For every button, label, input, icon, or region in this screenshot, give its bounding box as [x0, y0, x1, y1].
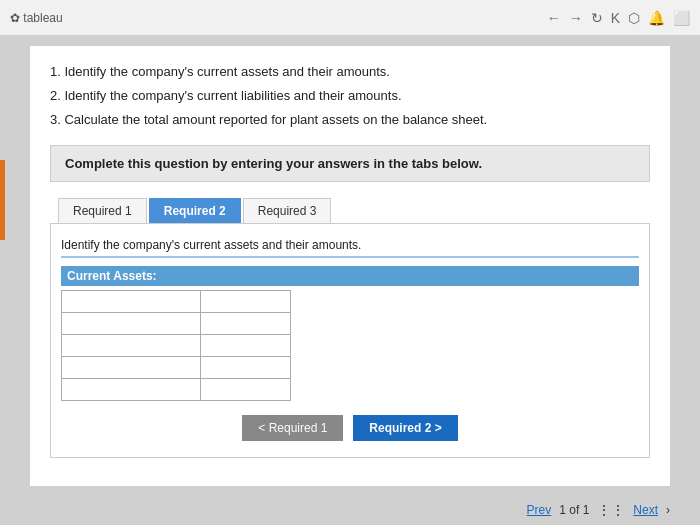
browser-logo: ✿ tableau [10, 11, 63, 25]
table-cell-label-1[interactable] [62, 291, 201, 313]
share-icon[interactable]: ⬡ [628, 10, 640, 26]
footer-page-info: 1 of 1 [559, 503, 589, 517]
table-row [62, 357, 291, 379]
question-box: Complete this question by entering your … [50, 145, 650, 182]
instructions-block: 1. Identify the company's current assets… [50, 61, 650, 131]
instruction-line-2: 2. Identify the company's current liabil… [50, 85, 650, 107]
instruction-line-3: 3. Calculate the total amount reported f… [50, 109, 650, 131]
table-cell-value-2[interactable] [201, 313, 291, 335]
data-table [61, 290, 291, 401]
footer-next-link[interactable]: Next [633, 503, 658, 517]
table-cell-value-1[interactable] [201, 291, 291, 313]
footer: Prev 1 of 1 ⋮⋮ Next › [0, 496, 700, 524]
tab-content-area: Identify the company's current assets an… [50, 224, 650, 458]
table-cell-value-3[interactable] [201, 335, 291, 357]
table-cell-value-4[interactable] [201, 357, 291, 379]
end-icon[interactable]: K [611, 10, 620, 26]
forward-icon[interactable]: → [569, 10, 583, 26]
nav-icons: ← → ↻ K ⬡ 🔔 ⬜ [547, 10, 690, 26]
left-accent-bar [0, 160, 5, 240]
question-box-title: Complete this question by entering your … [65, 156, 482, 171]
screen-icon[interactable]: ⬜ [673, 10, 690, 26]
alert-icon[interactable]: 🔔 [648, 10, 665, 26]
next-required-button[interactable]: Required 2 > [353, 415, 457, 441]
tab-required-1[interactable]: Required 1 [58, 198, 147, 223]
table-row [62, 379, 291, 401]
table-cell-label-2[interactable] [62, 313, 201, 335]
browser-chrome: ✿ tableau ← → ↻ K ⬡ 🔔 ⬜ [0, 0, 700, 36]
table-row [62, 313, 291, 335]
table-cell-label-3[interactable] [62, 335, 201, 357]
main-content: 1. Identify the company's current assets… [30, 46, 670, 486]
section-label: Current Assets: [61, 266, 639, 286]
table-row [62, 335, 291, 357]
tab-required-2[interactable]: Required 2 [149, 198, 241, 223]
table-cell-label-4[interactable] [62, 357, 201, 379]
back-icon[interactable]: ← [547, 10, 561, 26]
table-cell-label-5[interactable] [62, 379, 201, 401]
tab-required-3[interactable]: Required 3 [243, 198, 332, 223]
table-row [62, 291, 291, 313]
prev-required-button[interactable]: < Required 1 [242, 415, 343, 441]
footer-next-arrow: › [666, 503, 670, 517]
grid-icon: ⋮⋮ [597, 502, 625, 518]
nav-buttons: < Required 1 Required 2 > [61, 415, 639, 441]
tab-description: Identify the company's current assets an… [61, 234, 639, 258]
table-cell-value-5[interactable] [201, 379, 291, 401]
refresh-icon[interactable]: ↻ [591, 10, 603, 26]
footer-nav: Prev 1 of 1 ⋮⋮ Next › [527, 502, 670, 518]
tableau-logo-text: ✿ tableau [10, 11, 63, 25]
tabs-container: Required 1 Required 2 Required 3 [50, 192, 650, 224]
footer-prev-link[interactable]: Prev [527, 503, 552, 517]
instruction-line-1: 1. Identify the company's current assets… [50, 61, 650, 83]
